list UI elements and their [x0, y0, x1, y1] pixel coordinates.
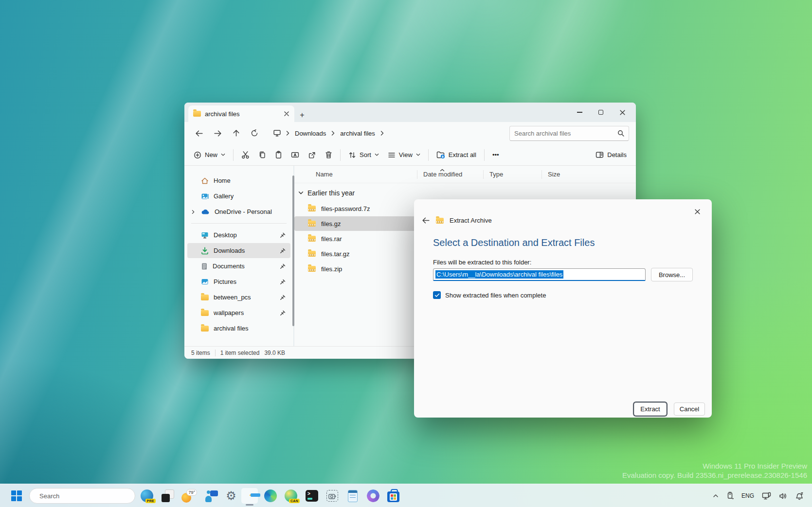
group-header-earlier-this-year[interactable]: Earlier this year [294, 185, 636, 201]
browse-button[interactable]: Browse... [651, 268, 693, 281]
dialog-close-button[interactable] [688, 204, 706, 219]
copy-button[interactable] [254, 147, 271, 162]
cancel-button[interactable]: Cancel [674, 402, 705, 416]
paste-button[interactable] [271, 147, 287, 162]
view-list-icon [388, 152, 396, 158]
sidebar-item-home[interactable]: Home [187, 173, 290, 188]
sidebar-item-downloads[interactable]: Downloads [187, 243, 290, 258]
settings-button[interactable]: ⚙ [223, 488, 239, 504]
usb-icon [726, 491, 734, 500]
cut-button[interactable] [237, 147, 254, 162]
hidden-icons-button[interactable] [711, 488, 720, 504]
back-arrow-icon[interactable] [422, 217, 430, 224]
pin-icon [280, 295, 286, 300]
refresh-button[interactable] [247, 125, 262, 141]
zip-file-icon [308, 251, 316, 257]
extract-all-icon [436, 151, 445, 159]
start-button[interactable] [8, 488, 25, 504]
widgets-weather-button[interactable]: 79° [180, 488, 197, 504]
toolbar-divider [428, 149, 429, 161]
close-button[interactable] [612, 105, 633, 120]
column-date-modified[interactable]: Date modified [423, 171, 483, 178]
explorer-search-input[interactable] [514, 130, 614, 137]
file-explorer-taskbar-button[interactable] [241, 488, 258, 504]
taskbar-search-input[interactable] [39, 492, 125, 500]
minimize-button[interactable] [569, 105, 590, 120]
edge-insider-icon[interactable]: PRE [139, 488, 155, 504]
edge-canary-taskbar-button[interactable]: CAN [283, 488, 299, 504]
maximize-button[interactable] [590, 105, 612, 120]
language-indicator[interactable]: ENG [740, 488, 756, 504]
sort-button[interactable]: Sort [344, 148, 383, 162]
column-separator[interactable] [483, 170, 484, 179]
new-tab-button[interactable]: + [294, 108, 310, 122]
sidebar-item-archival-files[interactable]: archival files [187, 321, 290, 336]
sidebar-item-pictures[interactable]: Pictures [187, 274, 290, 289]
notepad-taskbar-button[interactable] [344, 488, 361, 504]
usb-tray-button[interactable] [725, 488, 735, 504]
more-options-button[interactable]: ••• [488, 148, 504, 162]
sidebar-item-onedrive[interactable]: OneDrive - Personal [187, 204, 290, 219]
checkbox-checked[interactable] [433, 291, 441, 299]
column-separator[interactable] [417, 170, 417, 179]
tab-close-icon[interactable] [284, 111, 289, 117]
store-taskbar-button[interactable] [385, 488, 401, 504]
column-name[interactable]: Name [294, 171, 417, 178]
edge-logo-icon [264, 490, 277, 502]
up-button[interactable] [228, 125, 244, 141]
taskbar-search-box[interactable] [29, 488, 135, 504]
do-not-disturb-bell-button[interactable] [794, 488, 805, 504]
extract-all-button[interactable]: Extract all [432, 148, 481, 162]
search-icon [617, 130, 624, 137]
temperature-badge: 79° [186, 489, 197, 496]
forward-button[interactable] [210, 125, 225, 141]
explorer-search-box[interactable] [509, 126, 629, 141]
sidebar-item-between-pcs[interactable]: between_pcs [187, 290, 290, 305]
view-button[interactable]: View [383, 148, 425, 162]
new-button[interactable]: New [189, 148, 230, 162]
sidebar-item-label: Pictures [214, 278, 236, 285]
destination-label: Files will be extracted to this folder: [433, 259, 531, 266]
show-files-checkbox-row[interactable]: Show extracted files when complete [433, 291, 546, 299]
sidebar-item-desktop[interactable]: Desktop [187, 227, 290, 243]
volume-tray-button[interactable] [777, 488, 789, 504]
sidebar-item-label: Gallery [214, 192, 234, 200]
column-size[interactable]: Size [548, 171, 592, 178]
selection-count: 1 item selected [220, 350, 260, 356]
terminal-taskbar-button[interactable]: > [304, 488, 320, 504]
camera-icon [328, 493, 336, 499]
back-button[interactable] [191, 125, 207, 141]
status-divider [215, 350, 216, 356]
explorer-tab[interactable]: archival files [188, 105, 294, 122]
theme-squares-icon[interactable] [160, 488, 176, 504]
column-type[interactable]: Type [489, 171, 541, 178]
delete-button[interactable] [321, 147, 337, 162]
snipping-tool-taskbar-button[interactable] [324, 488, 341, 504]
this-pc-button[interactable] [269, 125, 285, 141]
rename-button[interactable] [287, 147, 304, 162]
breadcrumb-downloads[interactable]: Downloads [291, 128, 330, 139]
explorer-sidebar: Home Gallery OneDrive - Personal Desktop… [184, 166, 293, 346]
breadcrumb-archival-files[interactable]: archival files [336, 128, 379, 139]
this-pc-icon [273, 129, 281, 137]
rename-icon [291, 151, 299, 159]
sidebar-scrollbar[interactable] [292, 175, 294, 326]
refresh-icon [251, 129, 258, 137]
details-pane-button[interactable]: Details [591, 148, 631, 162]
network-tray-button[interactable] [760, 488, 773, 504]
destination-path-field[interactable]: C:\Users\m__la\Downloads\archival files\… [433, 268, 646, 281]
extract-archive-dialog: Extract Archive Select a Destination and… [414, 199, 712, 418]
column-separator[interactable] [541, 170, 542, 179]
loop-taskbar-button[interactable] [365, 488, 381, 504]
extract-button[interactable]: Extract [634, 402, 667, 416]
chat-people-icon[interactable] [203, 488, 219, 504]
sidebar-item-wallpapers[interactable]: wallpapers [187, 305, 290, 320]
sort-label: Sort [360, 151, 371, 158]
watermark-line1: Windows 11 Pro Insider Preview [622, 461, 807, 471]
share-button[interactable] [304, 147, 321, 162]
gear-icon: ⚙ [226, 490, 236, 502]
edge-taskbar-button[interactable] [262, 488, 279, 504]
sidebar-item-documents[interactable]: Documents [187, 259, 290, 274]
folder-icon [201, 326, 209, 332]
sidebar-item-gallery[interactable]: Gallery [187, 189, 290, 204]
